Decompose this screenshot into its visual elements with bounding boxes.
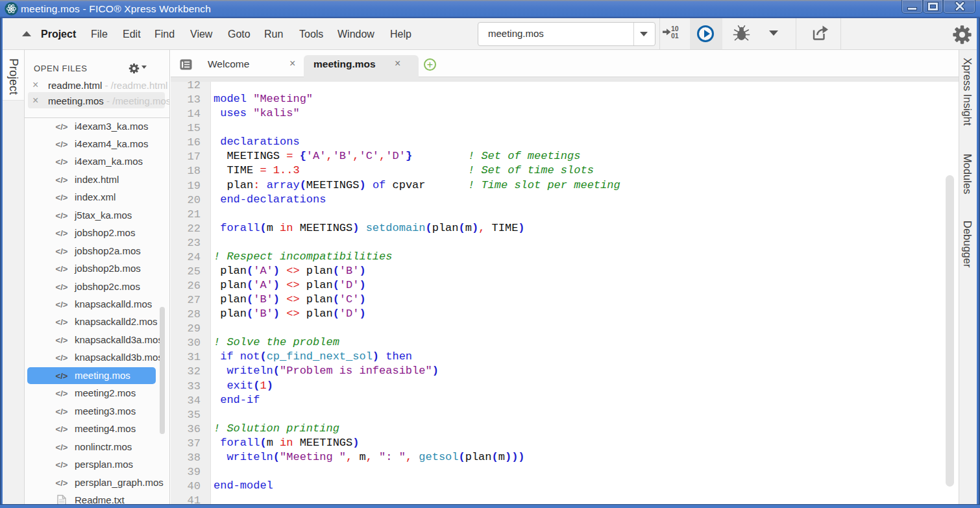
svg-text:01: 01	[671, 32, 679, 40]
